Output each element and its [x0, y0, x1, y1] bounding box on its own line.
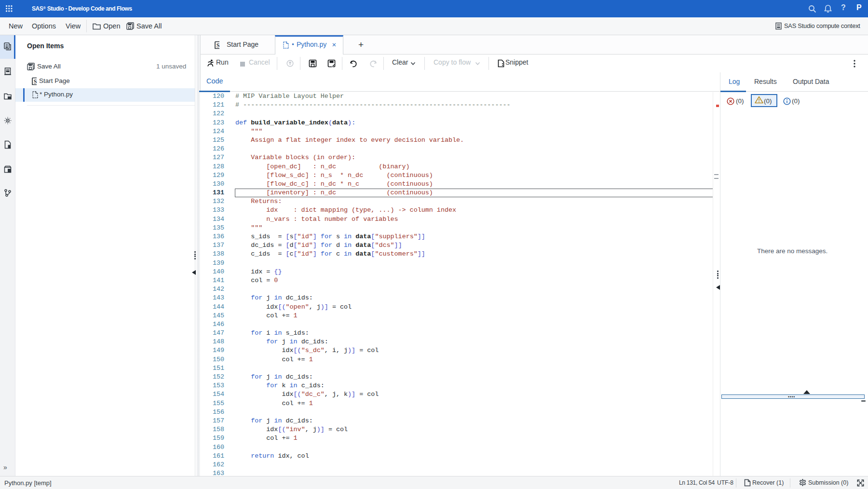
svg-text:S: S [217, 42, 220, 49]
svg-text:S: S [34, 78, 37, 85]
